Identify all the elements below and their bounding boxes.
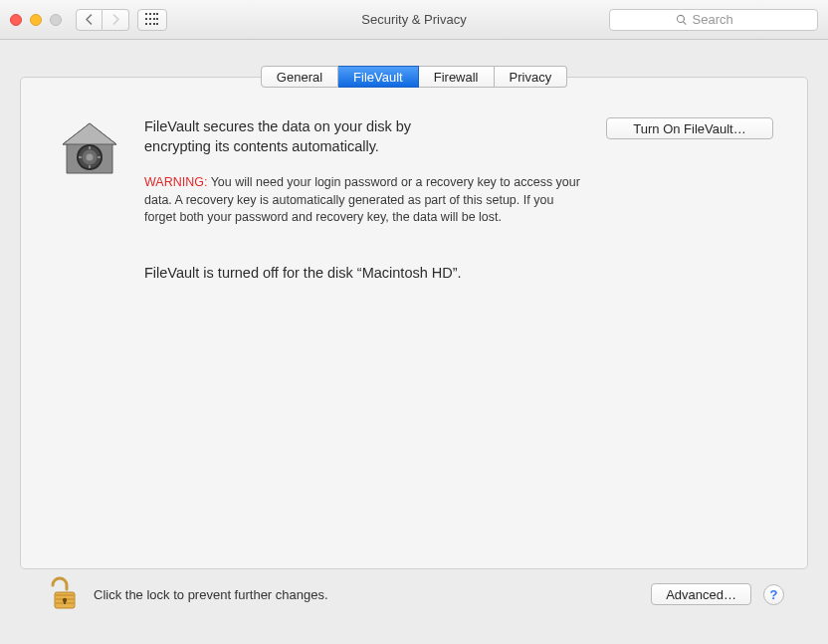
nav-buttons — [76, 9, 129, 31]
forward-button — [103, 9, 129, 31]
window-title: Security & Privacy — [361, 12, 466, 27]
search-field[interactable] — [609, 9, 818, 31]
tab-filevault[interactable]: FileVault — [338, 66, 419, 88]
search-input[interactable] — [693, 12, 752, 27]
svg-point-3 — [87, 154, 94, 161]
svg-rect-13 — [64, 600, 66, 604]
tabs: General FileVault Firewall Privacy — [20, 66, 808, 88]
zoom-window-button — [50, 14, 62, 26]
warning-label: WARNING: — [144, 175, 207, 189]
tab-privacy[interactable]: Privacy — [495, 66, 568, 88]
turn-on-filevault-button[interactable]: Turn On FileVault… — [606, 117, 773, 139]
filevault-description: FileVault secures the data on your disk … — [144, 117, 463, 156]
footer: Click the lock to prevent further change… — [20, 569, 808, 613]
titlebar: Security & Privacy — [0, 0, 828, 40]
window-controls — [10, 14, 62, 26]
search-icon — [676, 14, 688, 26]
show-all-button[interactable] — [137, 9, 167, 31]
filevault-status: FileVault is turned off for the disk “Ma… — [144, 265, 586, 281]
minimize-window-button[interactable] — [30, 14, 42, 26]
filevault-warning: WARNING: You will need your login passwo… — [144, 174, 586, 227]
filevault-icon — [55, 117, 124, 187]
filevault-pane: FileVault secures the data on your disk … — [20, 77, 808, 569]
page-body: General FileVault Firewall Privacy — [0, 40, 828, 623]
close-window-button[interactable] — [10, 14, 22, 26]
help-button[interactable]: ? — [763, 584, 784, 605]
tab-firewall[interactable]: Firewall — [419, 66, 495, 88]
svg-rect-9 — [55, 594, 75, 596]
back-button[interactable] — [76, 9, 103, 31]
lock-icon[interactable] — [44, 575, 82, 613]
lock-text: Click the lock to prevent further change… — [94, 587, 328, 602]
tab-general[interactable]: General — [261, 66, 338, 88]
advanced-button[interactable]: Advanced… — [651, 583, 751, 605]
grid-icon — [145, 13, 159, 27]
warning-text: You will need your login password or a r… — [144, 175, 580, 224]
